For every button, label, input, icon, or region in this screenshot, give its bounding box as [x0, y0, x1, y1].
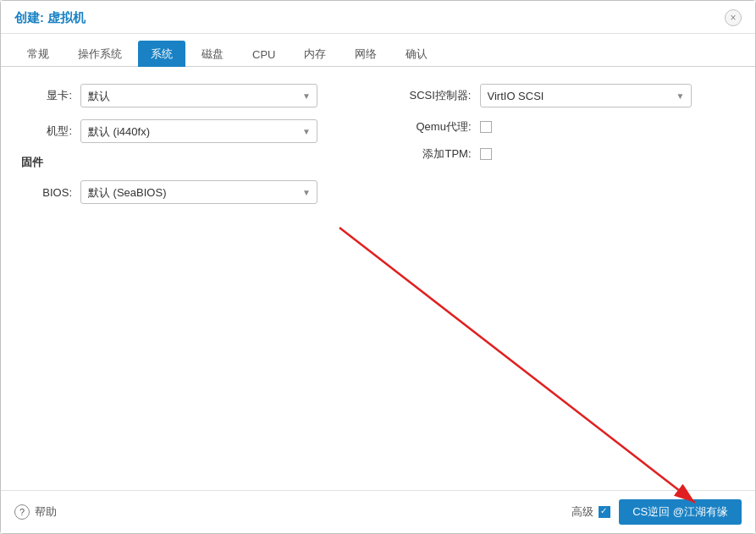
tab-bar: 常规 操作系统 系统 磁盘 CPU 内存 网络 确认 [1, 34, 755, 67]
qemu-checkbox-wrapper [480, 121, 492, 133]
advanced-label: 高级 [571, 504, 593, 520]
tab-general[interactable]: 常规 [14, 41, 62, 67]
bios-row: BIOS: 默认 (SeaBIOS) ▼ [21, 180, 361, 204]
scsi-select[interactable]: VirtIO SCSI [480, 84, 692, 107]
bios-label: BIOS: [21, 186, 72, 199]
qemu-checkbox[interactable] [480, 121, 492, 133]
display-select-wrapper: 默认 ▼ [80, 84, 317, 107]
machine-label: 机型: [21, 124, 72, 139]
advanced-area: 高级 [571, 504, 610, 520]
machine-row: 机型: 默认 (i440fx) ▼ [21, 119, 361, 143]
tab-system[interactable]: 系统 [138, 41, 185, 67]
arrow-annotation [255, 202, 729, 524]
tpm-checkbox[interactable] [480, 148, 492, 160]
form-columns: 显卡: 默认 ▼ 机型: 默认 (i440fx) [21, 84, 735, 216]
tab-memory[interactable]: 内存 [291, 41, 339, 67]
machine-select-wrapper: 默认 (i440fx) ▼ [80, 119, 317, 143]
next-button[interactable]: CS逆回 @江湖有缘 [619, 499, 742, 525]
footer: ? 帮助 高级 CS逆回 @江湖有缘 [1, 490, 755, 533]
close-button[interactable]: × [725, 9, 742, 26]
firmware-section-header: 固件 [21, 155, 361, 170]
advanced-checkbox[interactable] [599, 506, 610, 518]
tab-os[interactable]: 操作系统 [65, 41, 135, 67]
qemu-label: Qemu代理: [395, 119, 472, 135]
create-vm-dialog: 创建: 虚拟机 × 常规 操作系统 系统 磁盘 CPU 内存 网络 确认 显卡:… [0, 0, 756, 534]
title-bar: 创建: 虚拟机 × [1, 1, 755, 34]
content-area: 显卡: 默认 ▼ 机型: 默认 (i440fx) [1, 67, 755, 490]
help-icon: ? [14, 504, 30, 520]
tpm-label: 添加TPM: [395, 146, 472, 162]
tpm-row: 添加TPM: [395, 146, 736, 162]
footer-right: 高级 CS逆回 @江湖有缘 [571, 499, 742, 525]
help-label: 帮助 [35, 504, 57, 520]
display-label: 显卡: [21, 88, 72, 103]
scsi-label: SCSI控制器: [395, 88, 472, 103]
left-column: 显卡: 默认 ▼ 机型: 默认 (i440fx) [21, 84, 387, 216]
bios-select-wrapper: 默认 (SeaBIOS) ▼ [80, 180, 317, 204]
bios-select[interactable]: 默认 (SeaBIOS) [80, 180, 317, 204]
tab-confirm[interactable]: 确认 [393, 41, 440, 67]
right-column: SCSI控制器: VirtIO SCSI ▼ Qemu代理: [387, 84, 736, 216]
display-select[interactable]: 默认 [80, 84, 317, 107]
scsi-row: SCSI控制器: VirtIO SCSI ▼ [395, 84, 736, 107]
machine-select[interactable]: 默认 (i440fx) [80, 119, 317, 143]
display-row: 显卡: 默认 ▼ [21, 84, 361, 107]
svg-line-1 [339, 228, 695, 503]
qemu-row: Qemu代理: [395, 119, 736, 135]
tab-cpu[interactable]: CPU [240, 42, 288, 66]
tab-network[interactable]: 网络 [342, 41, 389, 67]
help-button[interactable]: ? 帮助 [14, 504, 57, 520]
scsi-select-wrapper: VirtIO SCSI ▼ [480, 84, 692, 107]
tab-disk[interactable]: 磁盘 [189, 41, 236, 67]
close-icon: × [730, 12, 736, 24]
tpm-checkbox-wrapper [480, 148, 492, 160]
dialog-title: 创建: 虚拟机 [14, 10, 86, 26]
